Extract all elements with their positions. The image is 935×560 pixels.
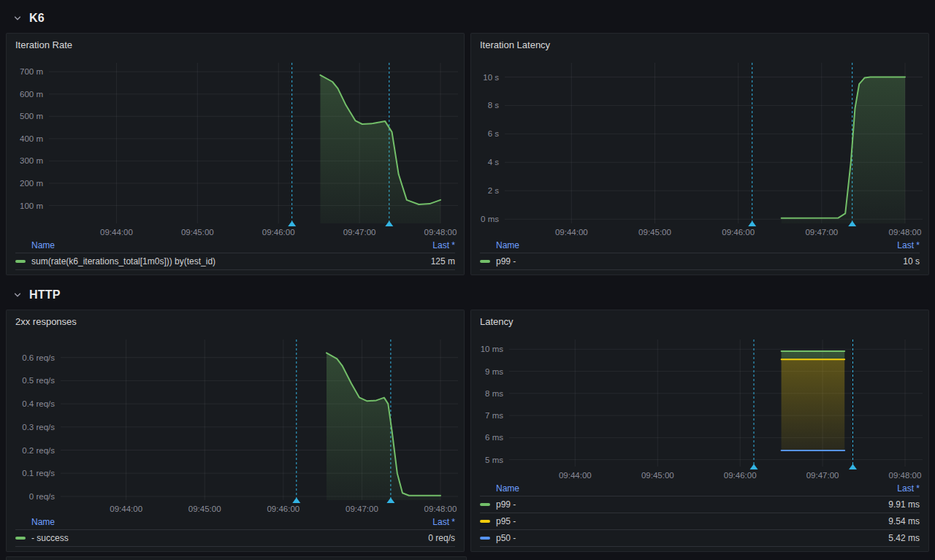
legend-last-header[interactable]: Last * [897, 240, 920, 250]
svg-text:300 m: 300 m [20, 156, 43, 165]
series-name: p95 - [496, 516, 516, 526]
series-color-swatch [15, 537, 26, 540]
chart-canvas[interactable]: 700 m600 m500 m400 m300 m200 m100 m09:44… [7, 55, 464, 239]
svg-text:0.4 req/s: 0.4 req/s [22, 399, 55, 408]
panel-latency: Latency 10 ms9 ms8 ms7 ms6 ms5 ms09:44:0… [470, 310, 929, 552]
series-last-value: 9.54 ms [888, 516, 920, 526]
legend-name-header[interactable]: Name [496, 240, 519, 250]
svg-text:700 m: 700 m [20, 67, 43, 76]
section-title: HTTP [29, 288, 61, 302]
svg-text:09:48:00: 09:48:00 [889, 228, 922, 237]
svg-text:500 m: 500 m [20, 112, 43, 120]
svg-text:5 ms: 5 ms [485, 456, 503, 464]
svg-text:09:45:00: 09:45:00 [638, 228, 671, 237]
svg-text:09:46:00: 09:46:00 [724, 471, 757, 480]
chart-canvas[interactable]: 10 s8 s6 s4 s2 s0 ms09:44:0009:45:0009:4… [471, 55, 928, 239]
svg-text:0.2 req/s: 0.2 req/s [22, 446, 55, 455]
partial-next-panel [6, 556, 467, 560]
legend-last-header[interactable]: Last * [897, 483, 920, 494]
svg-text:10 s: 10 s [483, 73, 499, 82]
series-last-value: 0 req/s [428, 533, 455, 543]
svg-text:09:47:00: 09:47:00 [806, 471, 839, 480]
svg-text:9 ms: 9 ms [485, 367, 503, 376]
chart-canvas[interactable]: 10 ms9 ms8 ms7 ms6 ms5 ms09:44:0009:45:0… [471, 332, 928, 483]
svg-text:0 req/s: 0 req/s [29, 492, 55, 501]
legend-name-header[interactable]: Name [31, 240, 55, 250]
svg-text:0.6 req/s: 0.6 req/s [22, 353, 55, 362]
panel-2xx-responses: 2xx responses 0.6 req/s0.5 req/s0.4 req/… [6, 310, 465, 552]
svg-text:09:46:00: 09:46:00 [267, 505, 299, 513]
svg-text:09:46:00: 09:46:00 [262, 228, 295, 237]
svg-text:09:48:00: 09:48:00 [889, 471, 922, 480]
svg-text:09:44:00: 09:44:00 [559, 471, 592, 480]
series-name: p99 - [496, 499, 516, 510]
row-header-http[interactable]: HTTP [6, 284, 929, 306]
svg-text:7 ms: 7 ms [485, 411, 503, 420]
svg-text:4 s: 4 s [488, 158, 500, 166]
legend-name-header[interactable]: Name [31, 517, 55, 527]
svg-text:2 s: 2 s [488, 186, 500, 195]
svg-text:0 ms: 0 ms [481, 215, 499, 223]
svg-text:0.3 req/s: 0.3 req/s [22, 423, 55, 431]
series-name: - success [31, 533, 69, 543]
row-header-k6[interactable]: K6 [6, 7, 929, 29]
legend: Name Last * sum(rate(k6_iterations_total… [7, 239, 464, 275]
svg-text:8 ms: 8 ms [485, 389, 503, 398]
series-color-swatch [480, 537, 490, 540]
legend-name-header[interactable]: Name [496, 483, 519, 494]
svg-text:6 s: 6 s [488, 129, 500, 138]
chart-canvas[interactable]: 0.6 req/s0.5 req/s0.4 req/s0.3 req/s0.2 … [7, 332, 464, 516]
svg-text:09:47:00: 09:47:00 [805, 228, 838, 237]
section-title: K6 [29, 12, 45, 25]
legend-row[interactable]: - success 0 req/s [15, 529, 455, 546]
legend-last-header[interactable]: Last * [432, 517, 455, 527]
svg-text:6 ms: 6 ms [485, 433, 503, 442]
svg-text:09:44:00: 09:44:00 [555, 228, 588, 237]
series-color-swatch [480, 260, 490, 263]
legend-row[interactable]: p50 - 5.42 ms [480, 529, 920, 546]
dashboard: K6 Iteration Rate 700 m600 m500 m400 m30… [0, 0, 935, 552]
series-name: sum(rate(k6_iterations_total[1m0s])) by(… [31, 256, 215, 266]
legend-row[interactable]: p95 - 9.54 ms [480, 513, 920, 529]
svg-text:0.1 req/s: 0.1 req/s [22, 469, 55, 477]
panel-title[interactable]: Iteration Rate [7, 34, 464, 55]
svg-text:100 m: 100 m [20, 202, 43, 210]
series-color-swatch [480, 503, 490, 506]
panel-title[interactable]: Latency [471, 310, 928, 332]
svg-text:09:45:00: 09:45:00 [181, 228, 214, 237]
svg-text:10 ms: 10 ms [481, 345, 504, 353]
legend-row[interactable]: p99 - 9.91 ms [480, 496, 920, 513]
legend-row[interactable]: sum(rate(k6_iterations_total[1m0s])) by(… [15, 253, 455, 269]
series-name: p99 - [496, 256, 516, 266]
series-last-value: 5.42 ms [888, 533, 920, 543]
svg-text:09:48:00: 09:48:00 [424, 228, 457, 237]
series-name: p50 - [496, 533, 516, 543]
svg-text:400 m: 400 m [20, 134, 43, 143]
svg-text:09:44:00: 09:44:00 [110, 505, 142, 513]
panel-title[interactable]: Iteration Latency [471, 34, 928, 55]
series-color-swatch [480, 520, 490, 523]
series-last-value: 10 s [903, 256, 920, 266]
svg-text:09:45:00: 09:45:00 [641, 471, 674, 480]
svg-text:0.5 req/s: 0.5 req/s [22, 376, 55, 385]
panel-iteration-latency: Iteration Latency 10 s8 s6 s4 s2 s0 ms09… [470, 33, 929, 275]
legend: Name Last * - success 0 req/s [7, 516, 464, 551]
series-last-value: 9.91 ms [888, 499, 920, 510]
svg-text:600 m: 600 m [20, 90, 43, 99]
series-color-swatch [15, 260, 26, 263]
legend: Name Last * p99 - 10 s [471, 239, 928, 275]
svg-text:09:45:00: 09:45:00 [188, 505, 221, 513]
svg-text:8 s: 8 s [488, 101, 500, 110]
panel-iteration-rate: Iteration Rate 700 m600 m500 m400 m300 m… [6, 33, 465, 275]
svg-text:09:44:00: 09:44:00 [100, 228, 133, 237]
chevron-down-icon [13, 14, 22, 23]
series-last-value: 125 m [431, 256, 455, 266]
legend-row[interactable]: p99 - 10 s [480, 253, 920, 269]
legend: Name Last * p99 - 9.91 ms p95 - 9.54 ms [471, 483, 928, 551]
svg-text:09:47:00: 09:47:00 [346, 505, 378, 513]
panel-title[interactable]: 2xx responses [7, 310, 464, 332]
svg-text:09:46:00: 09:46:00 [722, 228, 755, 237]
legend-last-header[interactable]: Last * [432, 240, 455, 250]
chevron-down-icon [13, 291, 22, 299]
svg-text:09:48:00: 09:48:00 [424, 505, 457, 513]
